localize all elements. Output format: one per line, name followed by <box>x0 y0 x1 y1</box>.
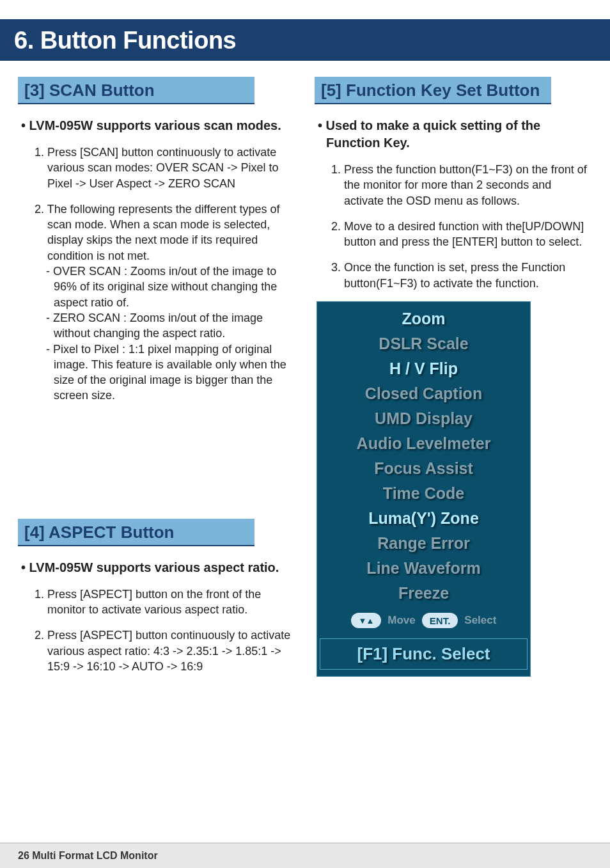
chapter-banner: 6. Button Functions <box>0 19 610 61</box>
osd-title-bar: [F1] Func. Select <box>320 638 528 670</box>
section-5-item-1: 1. Press the function button(F1~F3) on t… <box>315 162 592 209</box>
osd-item-closed-caption[interactable]: Closed Caption <box>317 384 530 403</box>
select-label: Select <box>464 614 496 627</box>
up-down-icon <box>351 613 382 628</box>
osd-item-freeze[interactable]: Freeze <box>317 584 530 603</box>
section-4-item-2: 2. Press [ASPECT] button continuously to… <box>18 627 295 674</box>
left-column: [3] SCAN Button LVM-095W supports variou… <box>18 77 295 684</box>
section-5-item-3: 3. Once the function is set, press the F… <box>315 260 592 291</box>
move-label: Move <box>387 614 415 627</box>
osd-item-range-error[interactable]: Range Error <box>317 534 530 553</box>
section-3-bullet: LVM-095W supports various scan modes. <box>18 117 295 134</box>
section-4-bullet: LVM-095W supports various aspect ratio. <box>18 559 295 576</box>
right-column: [5] Function Key Set Button Used to make… <box>315 77 592 684</box>
osd-controls-row: Move ENT. Select <box>317 613 530 628</box>
osd-item-luma-zone[interactable]: Luma(Y') Zone <box>317 509 530 528</box>
osd-item-focus-assist[interactable]: Focus Assist <box>317 459 530 478</box>
ent-icon: ENT. <box>422 613 458 628</box>
osd-item-time-code[interactable]: Time Code <box>317 484 530 503</box>
section-4-item-1: 1. Press [ASPECT] button on the front of… <box>18 587 295 618</box>
section-3-header: [3] SCAN Button <box>18 77 254 104</box>
section-3-sub-2: - ZERO SCAN : Zooms in/out of the image … <box>18 310 295 342</box>
osd-item-zoom[interactable]: Zoom <box>317 310 530 328</box>
chapter-title: 6. Button Functions <box>14 27 596 54</box>
osd-item-hv-flip[interactable]: H / V Flip <box>317 359 530 378</box>
section-5-bullet: Used to make a quick setting of the Func… <box>315 117 592 152</box>
osd-item-audio-levelmeter[interactable]: Audio Levelmeter <box>317 434 530 453</box>
section-3-sub-3: - Pixel to Pixel : 1:1 pixel mapping of … <box>18 342 295 404</box>
section-5-header: [5] Function Key Set Button <box>315 77 551 104</box>
section-3-sub-1: - OVER SCAN : Zooms in/out of the image … <box>18 264 295 310</box>
osd-item-umd-display[interactable]: UMD Display <box>317 409 530 428</box>
section-3-item-1: 1. Press [SCAN] button continuously to a… <box>18 145 295 191</box>
osd-item-dslr-scale[interactable]: DSLR Scale <box>317 335 530 353</box>
page-footer: 26 Multi Format LCD Monitor <box>0 842 610 868</box>
content-columns: [3] SCAN Button LVM-095W supports variou… <box>0 77 610 684</box>
osd-menu: Zoom DSLR Scale H / V Flip Closed Captio… <box>317 301 531 677</box>
section-3-item-2: 2. The following represents the differen… <box>18 201 295 264</box>
section-5-item-2: 2. Move to a desired function with the[U… <box>315 219 592 250</box>
section-4-header: [4] ASPECT Button <box>18 519 254 546</box>
osd-item-line-waveform[interactable]: Line Waveform <box>317 559 530 578</box>
